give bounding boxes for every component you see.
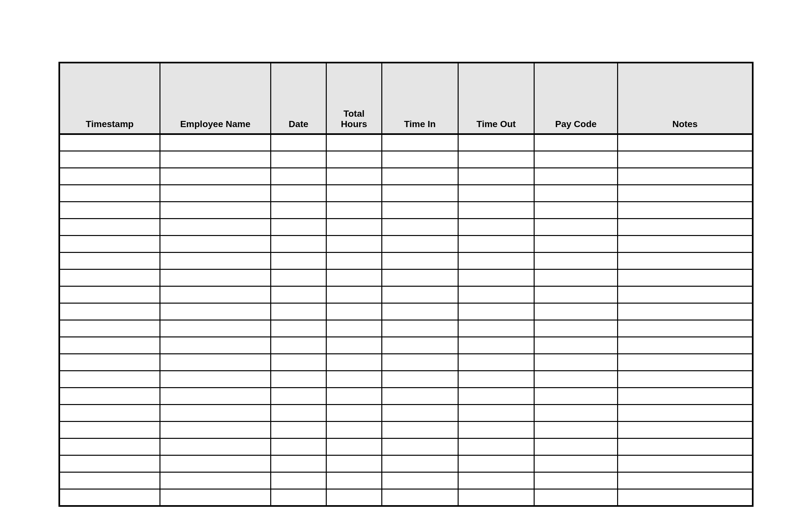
cell-date xyxy=(271,202,326,219)
cell-total xyxy=(326,405,382,422)
cell-total xyxy=(326,269,382,286)
cell-notes xyxy=(617,472,753,489)
timesheet-table: Timestamp Employee Name Date TotalHours … xyxy=(58,62,754,507)
cell-timestamp xyxy=(59,219,160,236)
cell-date xyxy=(271,168,326,185)
cell-date xyxy=(271,252,326,269)
cell-employee xyxy=(160,202,271,219)
cell-date xyxy=(271,472,326,489)
cell-timestamp xyxy=(59,168,160,185)
cell-total xyxy=(326,134,382,151)
cell-date xyxy=(271,438,326,455)
cell-paycode xyxy=(534,422,617,438)
cell-timein xyxy=(382,388,458,405)
cell-date xyxy=(271,286,326,303)
cell-timestamp xyxy=(59,303,160,320)
cell-paycode xyxy=(534,236,617,252)
cell-total xyxy=(326,168,382,185)
cell-timestamp xyxy=(59,134,160,151)
cell-timestamp xyxy=(59,337,160,354)
table-row xyxy=(59,219,753,236)
column-header-total-hours: TotalHours xyxy=(326,63,382,134)
cell-notes xyxy=(617,405,753,422)
column-header-time-out: Time Out xyxy=(458,63,534,134)
cell-timestamp xyxy=(59,185,160,202)
cell-notes xyxy=(617,252,753,269)
cell-employee xyxy=(160,337,271,354)
cell-employee xyxy=(160,438,271,455)
cell-notes xyxy=(617,185,753,202)
column-header-employee-name: Employee Name xyxy=(160,63,271,134)
cell-employee xyxy=(160,286,271,303)
cell-paycode xyxy=(534,320,617,337)
cell-timein xyxy=(382,320,458,337)
cell-timeout xyxy=(458,134,534,151)
cell-paycode xyxy=(534,252,617,269)
cell-notes xyxy=(617,269,753,286)
cell-total xyxy=(326,303,382,320)
cell-timeout xyxy=(458,320,534,337)
cell-timein xyxy=(382,134,458,151)
table-row xyxy=(59,371,753,388)
cell-paycode xyxy=(534,151,617,168)
cell-paycode xyxy=(534,405,617,422)
table-row xyxy=(59,320,753,337)
cell-timeout xyxy=(458,168,534,185)
cell-timein xyxy=(382,455,458,472)
cell-total xyxy=(326,422,382,438)
cell-notes xyxy=(617,422,753,438)
cell-total xyxy=(326,236,382,252)
cell-timein xyxy=(382,269,458,286)
cell-paycode xyxy=(534,489,617,506)
cell-timestamp xyxy=(59,472,160,489)
cell-employee xyxy=(160,219,271,236)
cell-employee xyxy=(160,405,271,422)
cell-paycode xyxy=(534,455,617,472)
cell-notes xyxy=(617,371,753,388)
table-body xyxy=(59,134,753,506)
cell-timestamp xyxy=(59,455,160,472)
cell-timeout xyxy=(458,219,534,236)
cell-timein xyxy=(382,371,458,388)
cell-timein xyxy=(382,405,458,422)
cell-employee xyxy=(160,489,271,506)
cell-timeout xyxy=(458,202,534,219)
cell-date xyxy=(271,405,326,422)
cell-timein xyxy=(382,472,458,489)
table-row xyxy=(59,202,753,219)
cell-employee xyxy=(160,354,271,371)
cell-total xyxy=(326,337,382,354)
cell-paycode xyxy=(534,388,617,405)
cell-employee xyxy=(160,252,271,269)
cell-paycode xyxy=(534,354,617,371)
cell-timein xyxy=(382,489,458,506)
cell-total xyxy=(326,252,382,269)
cell-total xyxy=(326,185,382,202)
cell-total xyxy=(326,320,382,337)
cell-timestamp xyxy=(59,202,160,219)
cell-timeout xyxy=(458,269,534,286)
cell-timestamp xyxy=(59,422,160,438)
cell-notes xyxy=(617,303,753,320)
cell-timein xyxy=(382,354,458,371)
cell-paycode xyxy=(534,286,617,303)
cell-paycode xyxy=(534,202,617,219)
cell-paycode xyxy=(534,219,617,236)
cell-timeout xyxy=(458,185,534,202)
cell-date xyxy=(271,151,326,168)
table-row xyxy=(59,405,753,422)
cell-notes xyxy=(617,202,753,219)
cell-employee xyxy=(160,455,271,472)
table-row xyxy=(59,286,753,303)
column-header-time-in: Time In xyxy=(382,63,458,134)
table-row xyxy=(59,438,753,455)
cell-date xyxy=(271,337,326,354)
table-row xyxy=(59,337,753,354)
cell-timestamp xyxy=(59,371,160,388)
cell-timein xyxy=(382,438,458,455)
cell-date xyxy=(271,489,326,506)
cell-timestamp xyxy=(59,354,160,371)
cell-employee xyxy=(160,134,271,151)
cell-timeout xyxy=(458,236,534,252)
cell-total xyxy=(326,489,382,506)
